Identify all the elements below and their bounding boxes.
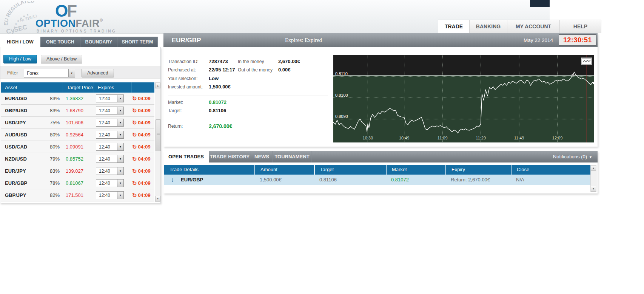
scroll-up-icon[interactable]: ▲ bbox=[591, 165, 596, 171]
target-value: 0.81106 bbox=[209, 108, 226, 113]
asset-row[interactable]: EUR/GBP78%0.8106712:40▼↻04:09 bbox=[1, 177, 154, 189]
countdown-clock-icon: ↻ bbox=[132, 156, 137, 162]
column-header-amount: Amount bbox=[254, 165, 314, 175]
nav-tab-help[interactable]: HELP bbox=[560, 20, 601, 33]
expiry-selected-value: 12:40 bbox=[96, 181, 110, 186]
tab-open-trades[interactable]: OPEN TRADES bbox=[163, 151, 209, 162]
target-price: 0.92564 bbox=[63, 132, 94, 138]
mode-button-row: High / Low Above / Below bbox=[3, 55, 82, 63]
asset-table-header: Asset Target Price Expires bbox=[1, 82, 154, 93]
asset-row[interactable]: AUD/USD80%0.9256412:40▼↻04:09 bbox=[1, 129, 154, 141]
asset-cell: GBP/JPY82% bbox=[1, 192, 63, 198]
countdown-cell: ↻04:09 bbox=[131, 132, 154, 138]
top-right-dark-strip bbox=[530, 0, 550, 7]
current-date: May 22 2014 bbox=[524, 33, 553, 47]
notifications-chevron-icon: ▼ bbox=[589, 155, 592, 159]
column-header-close: Close bbox=[511, 165, 590, 175]
countdown-time: 04:09 bbox=[138, 108, 151, 113]
countdown-time: 04:09 bbox=[138, 132, 151, 138]
asset-filter-select[interactable]: Forex ▼ bbox=[24, 69, 75, 77]
monogram-o: O bbox=[55, 2, 67, 20]
details-divider bbox=[168, 96, 328, 96]
tab-trade-history[interactable]: TRADE HISTORY bbox=[209, 151, 251, 162]
trade-expiry-return: Return: 2,670.00€ bbox=[445, 177, 511, 183]
above-below-mode-button[interactable]: Above / Below bbox=[41, 55, 82, 63]
expiry-time-select[interactable]: 12:40▼ bbox=[96, 191, 124, 199]
market-label: Market: bbox=[168, 100, 183, 105]
expiry-time-select[interactable]: 12:40▼ bbox=[96, 143, 124, 151]
expiry-time-select[interactable]: 12:40▼ bbox=[96, 131, 124, 139]
countdown-clock-icon: ↻ bbox=[132, 96, 137, 101]
tab-short-term[interactable]: SHORT TERM bbox=[117, 37, 158, 47]
countdown-time: 04:09 bbox=[138, 192, 151, 198]
expiry-time-select[interactable]: 12:40▼ bbox=[96, 94, 124, 102]
target-price: 139.027 bbox=[63, 168, 94, 174]
column-header-market: Market bbox=[386, 165, 445, 175]
dropdown-arrow-icon: ▼ bbox=[68, 69, 75, 77]
scrollbar-thumb[interactable] bbox=[156, 119, 161, 151]
tab-high-low[interactable]: HIGH / LOW bbox=[0, 37, 40, 47]
chart-type-button[interactable] bbox=[581, 57, 592, 65]
asset-cell: EUR/JPY83% bbox=[1, 168, 63, 174]
monogram-f-arrow-icon: F bbox=[67, 2, 76, 20]
nav-tab-my-account[interactable]: MY ACCOUNT bbox=[507, 20, 560, 33]
asset-row[interactable]: USD/CAD80%1.0909112:40▼↻04:09 bbox=[1, 141, 154, 153]
asset-row[interactable]: NZD/USD79%0.8575212:40▼↻04:09 bbox=[1, 153, 154, 165]
out-of-the-money-label: Out of the money bbox=[238, 67, 273, 73]
asset-list-scrollbar[interactable]: ▲ ▼ bbox=[155, 82, 161, 202]
expiry-time-select[interactable]: 12:40▼ bbox=[96, 155, 124, 163]
high-low-mode-button[interactable]: High / Low bbox=[3, 55, 37, 63]
open-trades-scrollbar[interactable]: ▲ ▼ bbox=[590, 165, 596, 192]
trade-target: 0.81106 bbox=[314, 177, 386, 183]
countdown-cell: ↻04:09 bbox=[131, 120, 154, 125]
expiry-time-select[interactable]: 12:40▼ bbox=[96, 107, 124, 115]
expiry-time-select[interactable]: 12:40▼ bbox=[96, 167, 124, 175]
advanced-filter-button[interactable]: Advanced bbox=[82, 69, 114, 77]
invested-amount-label: Invested amount: bbox=[168, 84, 203, 90]
nav-tab-banking[interactable]: BANKING bbox=[470, 20, 507, 33]
filter-label: Filter bbox=[7, 70, 18, 76]
column-header-target-price: Target Price bbox=[63, 82, 94, 93]
return-label: Return: bbox=[168, 124, 183, 129]
asset-name: EUR/USD bbox=[5, 96, 27, 101]
expires-cell: 12:40▼ bbox=[94, 143, 131, 151]
target-price: 171.501 bbox=[63, 192, 94, 198]
expires-status: Expires: Expired bbox=[285, 33, 322, 47]
tab-boundary[interactable]: BOUNDARY bbox=[80, 37, 117, 47]
wordmark-option: OPTION bbox=[35, 18, 76, 29]
scroll-down-icon[interactable]: ▼ bbox=[591, 186, 596, 192]
trade-market: 0.81072 bbox=[386, 177, 445, 183]
asset-payout: 82% bbox=[50, 192, 60, 198]
asset-row[interactable]: EUR/JPY83%139.02712:40▼↻04:09 bbox=[1, 165, 154, 177]
countdown-clock-icon: ↻ bbox=[132, 108, 137, 113]
dropdown-arrow-icon: ▼ bbox=[117, 167, 123, 175]
asset-name: GBP/JPY bbox=[5, 192, 26, 198]
brand-wordmark: OPTIONFAIR® bbox=[35, 18, 103, 29]
purchased-at-value: 22/05 12:17 bbox=[209, 67, 235, 73]
expiry-time-select[interactable]: 12:40▼ bbox=[96, 119, 124, 127]
tab-tournament[interactable]: TOURNAMENT bbox=[273, 151, 311, 162]
asset-cell: GBP/USD83% bbox=[1, 108, 63, 113]
asset-row[interactable]: USD/JPY75%101.60612:40▼↻04:09 bbox=[1, 117, 154, 129]
expires-cell: 12:40▼ bbox=[94, 179, 131, 187]
asset-row[interactable]: GBP/USD83%1.6879012:40▼↻04:09 bbox=[1, 105, 154, 117]
asset-row[interactable]: EUR/USD83%1.3683212:40▼↻04:09 bbox=[1, 93, 154, 105]
tab-one-touch[interactable]: ONE TOUCH bbox=[40, 37, 80, 47]
open-trade-row[interactable]: ↓EUR/GBP1,500.00€0.811060.81072Return: 2… bbox=[164, 175, 590, 185]
asset-row[interactable]: GBP/JPY82%171.50112:40▼↻04:09 bbox=[1, 189, 154, 201]
asset-payout: 80% bbox=[50, 132, 60, 138]
tab-news[interactable]: NEWS bbox=[251, 151, 273, 162]
target-label: Target: bbox=[168, 108, 182, 113]
wordmark-fair: FAIR bbox=[76, 18, 100, 29]
countdown-clock-icon: ↻ bbox=[132, 192, 137, 198]
scroll-down-icon[interactable]: ▼ bbox=[155, 196, 160, 201]
expires-cell: 12:40▼ bbox=[94, 155, 131, 163]
asset-name: EUR/GBP bbox=[5, 180, 27, 186]
svg-text:0.8090: 0.8090 bbox=[335, 114, 348, 119]
scroll-up-icon[interactable]: ▲ bbox=[155, 83, 160, 88]
notifications-toggle[interactable]: Notifications (0)▼ bbox=[553, 151, 592, 163]
expiry-selected-value: 12:40 bbox=[96, 132, 110, 138]
nav-tab-trade[interactable]: TRADE bbox=[438, 20, 470, 33]
countdown-time: 04:09 bbox=[138, 144, 151, 150]
expiry-time-select[interactable]: 12:40▼ bbox=[96, 179, 124, 187]
